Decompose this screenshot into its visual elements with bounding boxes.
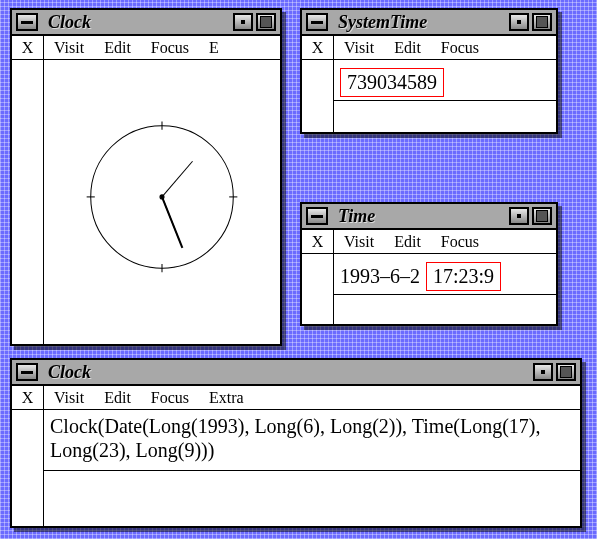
time-value[interactable]: 17:23:9 [426, 262, 501, 291]
window-title: Clock [42, 12, 229, 33]
menubar: X Visit Edit Focus Extra [12, 386, 580, 410]
svg-line-7 [162, 197, 180, 243]
maximize-button[interactable] [532, 207, 552, 225]
minimize-button[interactable] [509, 13, 529, 31]
titlebar[interactable]: Time [302, 204, 556, 230]
menu-x[interactable]: X [12, 36, 44, 59]
gutter [12, 410, 44, 526]
minimize-button[interactable] [509, 207, 529, 225]
menu-visit[interactable]: Visit [334, 233, 384, 251]
gutter [12, 60, 44, 344]
menu-x[interactable]: X [302, 230, 334, 253]
window-systemtime: SystemTime X Visit Edit Focus 739034589 [300, 8, 558, 134]
systemtime-value[interactable]: 739034589 [340, 68, 444, 97]
menubar: X Visit Edit Focus [302, 230, 556, 254]
minimize-button[interactable] [233, 13, 253, 31]
window-clock-expr: Clock X Visit Edit Focus Extra Clock(Dat… [10, 358, 582, 528]
system-menu-icon[interactable] [16, 363, 38, 381]
gutter [302, 60, 334, 132]
menubar: X Visit Edit Focus [302, 36, 556, 60]
window-title: SystemTime [332, 12, 505, 33]
menu-edit[interactable]: Edit [94, 389, 141, 407]
maximize-button[interactable] [556, 363, 576, 381]
date-value: 1993–6–2 [340, 265, 420, 288]
menu-edit[interactable]: Edit [94, 39, 141, 57]
system-menu-icon[interactable] [16, 13, 38, 31]
minimize-button[interactable] [533, 363, 553, 381]
menu-edit[interactable]: Edit [384, 39, 431, 57]
menu-focus[interactable]: Focus [431, 233, 489, 251]
menu-focus[interactable]: Focus [431, 39, 489, 57]
svg-point-8 [160, 195, 164, 199]
window-clock: Clock X Visit Edit Focus E [10, 8, 282, 346]
titlebar[interactable]: Clock [12, 10, 280, 36]
svg-line-5 [162, 161, 193, 197]
window-time: Time X Visit Edit Focus 1993–6–2 17:23:9 [300, 202, 558, 326]
clock-face-area [44, 60, 280, 344]
titlebar[interactable]: Clock [12, 360, 580, 386]
menu-visit[interactable]: Visit [334, 39, 384, 57]
menu-edit[interactable]: Edit [384, 233, 431, 251]
gutter [302, 254, 334, 324]
separator [44, 470, 580, 471]
analog-clock-icon [50, 64, 274, 340]
maximize-button[interactable] [532, 13, 552, 31]
menu-x[interactable]: X [12, 386, 44, 409]
window-title: Time [332, 206, 505, 227]
separator [334, 294, 556, 295]
menubar: X Visit Edit Focus E [12, 36, 280, 60]
system-menu-icon[interactable] [306, 13, 328, 31]
menu-visit[interactable]: Visit [44, 389, 94, 407]
menu-visit[interactable]: Visit [44, 39, 94, 57]
window-title: Clock [42, 362, 529, 383]
menu-extra[interactable]: Extra [199, 389, 254, 407]
separator [334, 100, 556, 101]
maximize-button[interactable] [256, 13, 276, 31]
menu-x[interactable]: X [302, 36, 334, 59]
menu-extra-clipped[interactable]: E [199, 39, 229, 57]
menu-focus[interactable]: Focus [141, 389, 199, 407]
system-menu-icon[interactable] [306, 207, 328, 225]
titlebar[interactable]: SystemTime [302, 10, 556, 36]
clock-expression[interactable]: Clock(Date(Long(1993), Long(6), Long(2))… [50, 414, 574, 462]
menu-focus[interactable]: Focus [141, 39, 199, 57]
